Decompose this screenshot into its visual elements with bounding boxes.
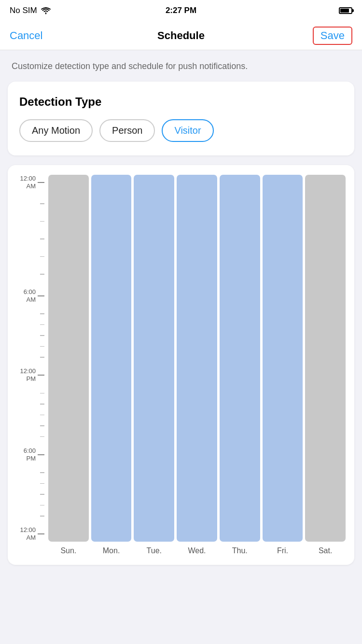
carrier-label: No SIM	[10, 6, 37, 15]
schedule-card: 12:00AM	[8, 165, 354, 565]
time-tick-minor17	[13, 483, 44, 484]
time-tick-600pm: 6:00PM	[13, 447, 44, 462]
battery-icon	[339, 7, 352, 14]
time-tick-minor16	[13, 472, 44, 473]
status-bar-left: No SIM	[10, 6, 51, 15]
time-tick-minor8	[13, 335, 44, 336]
person-button[interactable]: Person	[99, 119, 155, 142]
page-title: Schedule	[157, 29, 205, 42]
time-tick-minor6	[13, 313, 44, 314]
status-bar-time: 2:27 PM	[166, 6, 196, 15]
subtitle-area: Customize detection type and schedule fo…	[0, 50, 362, 82]
time-tick-minor1	[13, 200, 44, 208]
day-col-sun[interactable]	[48, 175, 89, 542]
time-tick-minor7	[13, 324, 44, 325]
detection-type-buttons: Any Motion Person Visitor	[19, 119, 343, 142]
time-tick-minor2	[13, 218, 44, 225]
day-label-sat: Sat.	[305, 546, 346, 555]
time-tick-minor5	[13, 270, 44, 278]
time-tick-minor11	[13, 393, 44, 394]
any-motion-button[interactable]: Any Motion	[19, 119, 93, 142]
time-tick-minor3	[13, 235, 44, 243]
save-button[interactable]: Save	[313, 27, 352, 45]
time-tick-minor12	[13, 404, 44, 405]
time-tick-1200am-bottom: 12:00AM	[13, 526, 44, 541]
time-tick-minor15	[13, 436, 44, 437]
time-tick-minor9	[13, 346, 44, 347]
detection-type-title: Detection Type	[19, 95, 343, 109]
time-tick-minor4	[13, 253, 44, 261]
nav-bar: Cancel Schedule Save	[0, 21, 362, 50]
tick-line	[38, 182, 44, 183]
time-tick-minor10	[13, 357, 44, 358]
time-tick-minor18	[13, 494, 44, 495]
day-col-wed[interactable]	[177, 175, 217, 542]
time-axis: 12:00AM	[8, 175, 46, 542]
detection-type-card: Detection Type Any Motion Person Visitor	[8, 82, 354, 155]
time-tick-1200pm: 12:00PM	[13, 367, 44, 382]
time-tick-minor14	[13, 425, 44, 426]
day-col-fri[interactable]	[263, 175, 303, 542]
status-bar: No SIM 2:27 PM	[0, 0, 362, 21]
day-label-mon: Mon.	[91, 546, 132, 555]
day-labels-row: Sun. Mon. Tue. Wed. Thu. Fri. Sat.	[46, 542, 349, 555]
day-label-sun: Sun.	[48, 546, 89, 555]
time-tick-minor13	[13, 415, 44, 416]
time-tick-1200am: 12:00AM	[13, 175, 44, 190]
day-col-thu[interactable]	[220, 175, 260, 542]
day-label-thu: Thu.	[220, 546, 260, 555]
day-label-fri: Fri.	[263, 546, 303, 555]
battery-fill	[340, 9, 349, 13]
day-label-wed: Wed.	[177, 546, 217, 555]
subtitle-text: Customize detection type and schedule fo…	[12, 61, 248, 71]
day-label-tue: Tue.	[134, 546, 174, 555]
day-col-tue[interactable]	[134, 175, 174, 542]
wifi-icon	[41, 7, 51, 14]
time-tick-minor19	[13, 505, 44, 506]
visitor-button[interactable]: Visitor	[162, 119, 213, 142]
chart-area: Sun. Mon. Tue. Wed. Thu. Fri. Sat.	[46, 175, 349, 555]
day-bars	[46, 175, 349, 542]
status-bar-right	[339, 7, 352, 14]
cancel-button[interactable]: Cancel	[10, 29, 42, 42]
time-tick-minor20	[13, 516, 44, 517]
time-tick-600am: 6:00AM	[13, 288, 44, 303]
day-col-sat[interactable]	[305, 175, 346, 542]
day-col-mon[interactable]	[91, 175, 132, 542]
